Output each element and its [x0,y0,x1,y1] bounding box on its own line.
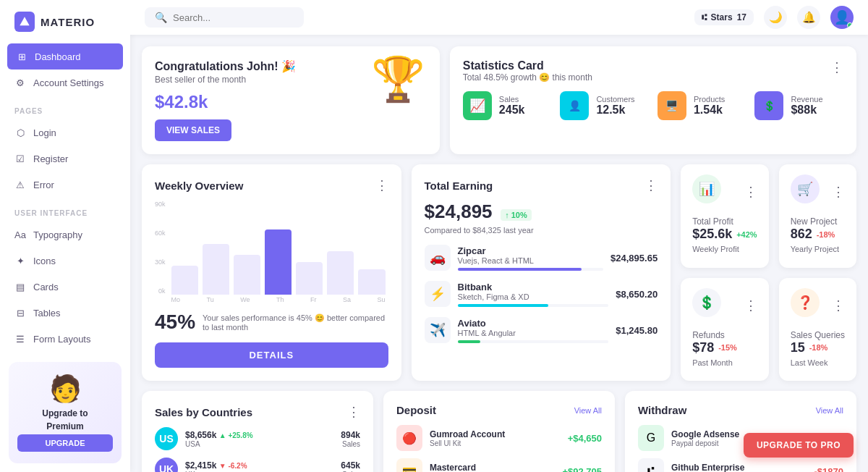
refunds-label: Refunds [692,330,757,340]
sidebar-item-typography[interactable]: Aa Typography [0,222,130,248]
chart-bars [169,201,388,295]
earning-name: Zipcar [458,245,603,256]
login-icon: ⬡ [14,127,26,138]
github-badge[interactable]: ⑆ Stars 17 [694,9,754,25]
withdraw-amount: -$1870 [814,466,843,473]
sidebar-item-dashboard[interactable]: ⊞ Dashboard [7,43,123,69]
sidebar-item-form-layouts[interactable]: ☰ Form Layouts [0,326,130,352]
tables-icon: ⊟ [14,307,26,319]
y-axis: 90k 60k 30k 0k [155,201,169,295]
stats-row: 📈 Sales 245k 👤 Customers 12.5k [463,91,843,120]
country-sales-value: 645k [341,460,360,471]
row-2: Weekly Overview ⋮ 90k 60k 30k 0k MoTuWeT… [142,164,856,381]
sidebar-item-icons[interactable]: ✦ Icons [0,248,130,274]
stat-revenue: 💲 Revenue $88k [754,91,843,120]
notifications-button[interactable]: 🔔 [797,6,820,29]
weekly-more-icon[interactable]: ⋮ [375,177,388,193]
refunds-sub: Past Month [692,358,757,367]
refunds-more-icon[interactable]: ⋮ [744,298,757,313]
queries-more-icon[interactable]: ⋮ [832,298,845,313]
earning-item-amount: $1,245.80 [616,325,658,336]
withdraw-logo: G [638,425,664,451]
bar-wrap [203,244,229,295]
earning-tech: Sketch, Figma & XD [458,292,609,301]
view-sales-button[interactable]: VIEW SALES [155,119,231,141]
sidebar-item-login[interactable]: ⬡ Login [0,119,130,146]
logo-icon [14,12,35,32]
sidebar-item-account-settings[interactable]: ⚙ Account Settings [0,69,130,96]
dark-mode-toggle[interactable]: 🌙 [764,6,787,29]
earning-info: Zipcar Vuejs, React & HTML [458,245,603,271]
bar [203,244,229,295]
details-button[interactable]: DETAILS [155,342,388,368]
project-more-icon[interactable]: ⋮ [832,184,845,200]
profit-sub: Weekly Profit [692,245,757,253]
error-icon: ⚠ [14,179,26,190]
total-profit-card: 📊 ⋮ Total Profit $25.6k +42% Weekly Prof… [681,164,769,268]
stat-sales-label: Sales [499,95,525,104]
upgrade-subtitle: Premium [17,421,113,431]
profit-label: Total Profit [692,216,757,227]
deposit-logo: 💳 [396,458,422,472]
products-icon: 🖥️ [658,91,686,120]
sidebar-item-label: Cards [33,282,59,292]
header-actions: ⑆ Stars 17 🌙 🔔 👤 [694,6,854,29]
country-flag: UK [155,458,178,472]
withdraw-view-all[interactable]: View All [816,406,843,415]
weekly-title: Weekly Overview [155,180,243,192]
deposit-view-all[interactable]: View All [574,406,602,415]
congrats-card: Congratulations John! 🎉 Best seller of t… [142,46,440,154]
sidebar-item-cards[interactable]: ▤ Cards [0,274,130,300]
icons-icon: ✦ [14,255,26,266]
trophy-icon: 🏆 [371,54,425,105]
stats-title: Statistics Card [463,59,592,72]
country-item: US $8,656k ▲ +25.8% USA 894k Sales [155,427,360,450]
countries-more-icon[interactable]: ⋮ [347,404,360,420]
upgrade-button[interactable]: UPGRADE [17,434,113,452]
sidebar-item-register[interactable]: ☑ Register [0,146,130,172]
withdraw-title: Withdraw [638,404,686,416]
deposit-card: Deposit View All 🔴 Gumroad Account Sell … [383,391,615,472]
earning-list-item: ⚡ Bitbank Sketch, Figma & XD $8,650.20 [425,281,658,307]
weekly-header: Weekly Overview ⋮ [155,177,388,193]
earning-more-icon[interactable]: ⋮ [644,177,658,193]
earning-compare: Compared to $84,325 last year [425,226,658,235]
bar [234,255,260,295]
earning-logo: ✈️ [425,317,451,343]
earning-logo: ⚡ [425,281,451,307]
country-amount: $2,415k ▼ -6.2% [185,460,333,471]
chart-label: Fr [310,296,317,303]
deposit-list: 🔴 Gumroad Account Sell Ul Kit +$4,650 💳 … [396,425,602,472]
earning-tech: HTML & Angular [458,329,609,337]
chart-label: Mo [171,296,181,303]
svg-marker-0 [20,17,29,25]
bar [296,262,323,295]
home-icon: ⊞ [16,51,27,62]
bar [358,269,385,295]
bar [265,229,292,295]
deposit-title: Deposit [396,404,436,416]
more-icon[interactable]: ⋮ [830,59,843,75]
sidebar-item-label: Error [33,180,54,190]
earning-amount: $24,895 [425,201,493,222]
weekly-desc: Your sales performance is 45% 😊 better c… [203,313,388,332]
sales-by-countries-card: Sales by Countries ⋮ US $8,656k ▲ +25.8%… [142,391,373,472]
project-header: 🛒 ⋮ [791,174,845,209]
deposit-item: 💳 Mastercard Wallet deposit +$92,705 [396,458,602,472]
search-input[interactable] [173,12,294,23]
stat-products-label: Products [694,95,725,104]
stat-customers-value: 12.5k [596,104,634,117]
sidebar-item-tables[interactable]: ⊟ Tables [0,300,130,326]
upgrade-to-pro-button[interactable]: UPGRADE TO PRO [744,433,854,458]
register-icon: ☑ [14,153,26,164]
profit-more-icon[interactable]: ⋮ [744,184,757,200]
earning-list: 🚗 Zipcar Vuejs, React & HTML $24,895.65 … [425,245,658,343]
project-sub: Yearly Project [791,245,845,253]
chart-label: Th [276,296,284,303]
country-change: ▲ +25.8% [219,431,253,439]
sidebar-item-error[interactable]: ⚠ Error [0,172,130,198]
chart-x-labels: MoTuWeThFrSaSu [169,296,388,303]
bell-icon: 🔔 [802,11,816,24]
logo-text: MATERIO [41,16,95,28]
avatar[interactable]: 👤 [830,6,854,29]
